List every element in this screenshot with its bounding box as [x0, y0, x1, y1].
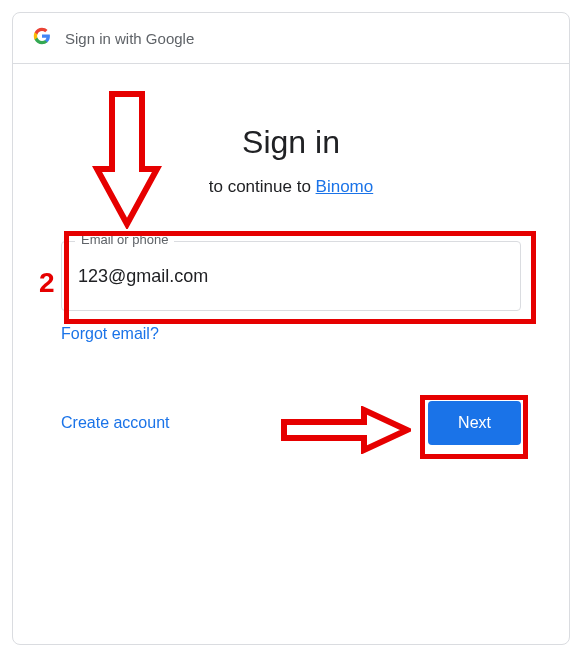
continue-prefix: to continue to	[209, 177, 316, 196]
continue-text: to continue to Binomo	[61, 177, 521, 197]
signin-card: Sign in with Google Sign in to continue …	[12, 12, 570, 645]
google-logo-icon	[33, 27, 51, 49]
next-button[interactable]: Next	[428, 401, 521, 445]
forgot-email-link[interactable]: Forgot email?	[61, 325, 521, 343]
signin-title: Sign in	[61, 124, 521, 161]
email-field-wrap: Email or phone	[61, 241, 521, 311]
continue-app-link[interactable]: Binomo	[316, 177, 374, 196]
actions-row: Create account Next	[61, 401, 521, 445]
header: Sign in with Google	[13, 13, 569, 64]
create-account-link[interactable]: Create account	[61, 414, 170, 432]
email-field[interactable]	[61, 241, 521, 311]
content: Sign in to continue to Binomo Email or p…	[13, 64, 569, 445]
email-field-label: Email or phone	[75, 232, 174, 247]
header-title: Sign in with Google	[65, 30, 194, 47]
